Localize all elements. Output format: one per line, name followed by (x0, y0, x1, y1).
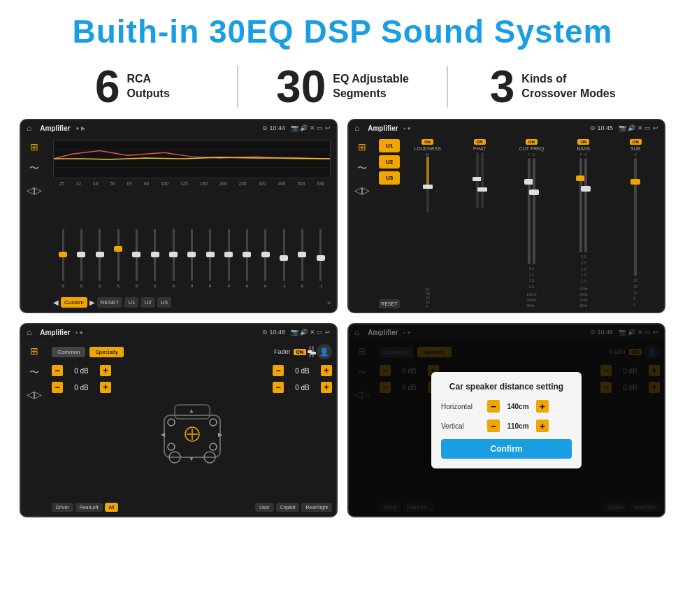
fader-db-row-2: − 0 dB + (52, 382, 111, 393)
fader-left-controls: − 0 dB + − 0 dB + (52, 365, 111, 500)
rearright-button[interactable]: RearRight (301, 503, 332, 512)
eq-custom-button[interactable]: Custom (61, 297, 87, 308)
stat-rca-number: 6 (95, 64, 120, 109)
crossover-presets: U1 U2 U3 RESET (379, 139, 400, 308)
fader-plus-2[interactable]: + (100, 382, 111, 393)
speaker-distance-dialog: Car speaker distance setting Horizontal … (431, 372, 582, 468)
status-dots-2: ▪ ● (404, 125, 411, 131)
eq-slider-3[interactable]: 5 (110, 229, 127, 292)
fader-plus-3[interactable]: + (321, 365, 332, 376)
dialog-overlay: Car speaker distance setting Horizontal … (349, 324, 664, 516)
eq-slider-1[interactable]: 0 (73, 229, 89, 292)
eq-slider-6[interactable]: 0 (165, 229, 182, 292)
vertical-minus-button[interactable]: − (487, 420, 500, 432)
eq-slider-9[interactable]: 0 (220, 229, 237, 292)
eq-screen: ⌂ Amplifier ● ▶ ⊙ 10:44 📷 🔊 ✕ ▭ ↩ ⊞ 〜 ◁▷ (20, 119, 338, 313)
fader-screen-title: Amplifier (40, 329, 70, 336)
eq-u3-button[interactable]: U3 (157, 297, 171, 308)
fader-db-val-4: 0 dB (287, 384, 318, 392)
next-arrow-icon[interactable]: ▶ (89, 299, 95, 306)
crossover-u1-button[interactable]: U1 (379, 139, 400, 152)
specialty-tab[interactable]: Specialty (89, 347, 123, 357)
eq-speaker-icon[interactable]: ◁▷ (27, 185, 42, 196)
bass-on-badge[interactable]: ON (577, 139, 589, 145)
eq-bottom-controls: ◀ Custom ▶ RESET U1 U2 U3 » (53, 297, 331, 308)
svg-text:▶: ▶ (218, 431, 223, 438)
eq-slider-14[interactable]: -1 (312, 229, 329, 292)
eq-slider-5[interactable]: 0 (147, 229, 164, 292)
eq-slider-2[interactable]: 0 (92, 229, 108, 292)
fader-db-row-4: − 0 dB + (273, 382, 332, 393)
stats-row: 6 RCAOutputs 30 EQ AdjustableSegments 3 … (0, 57, 685, 119)
sub-label: SUB (630, 146, 640, 151)
eq-u2-button[interactable]: U2 (140, 297, 154, 308)
fader-minus-2[interactable]: − (52, 382, 63, 393)
fader-filter-icon[interactable]: ⊞ (30, 345, 38, 357)
common-tab[interactable]: Common (52, 347, 85, 357)
eq-slider-4[interactable]: 0 (128, 229, 145, 292)
cross-filter-icon[interactable]: ⊞ (358, 141, 366, 152)
horizontal-value: 140cm (504, 403, 532, 410)
eq-slider-8[interactable]: 0 (202, 229, 219, 292)
eq-slider-10[interactable]: 0 (238, 229, 255, 292)
home-icon-3[interactable]: ⌂ (27, 327, 31, 337)
eq-sliders-area[interactable]: 0 0 0 5 0 (53, 189, 331, 294)
fader-controls-right: Fader ON 👤 (274, 344, 332, 359)
fader-wave-icon[interactable]: 〜 (29, 366, 39, 379)
fader-minus-4[interactable]: − (273, 382, 284, 393)
phat-on-badge[interactable]: ON (474, 139, 486, 145)
crossover-u3-button[interactable]: U3 (379, 171, 400, 185)
eq-slider-11[interactable]: 0 (257, 229, 274, 292)
loudness-on-badge[interactable]: ON (421, 139, 433, 145)
all-button[interactable]: All (105, 503, 119, 512)
fader-db-val-1: 0 dB (66, 367, 97, 375)
horizontal-row: Horizontal − 140cm + (441, 400, 572, 413)
svg-point-10 (168, 443, 175, 450)
cross-speaker-icon[interactable]: ◁▷ (354, 185, 370, 196)
fader-on-badge[interactable]: ON (294, 349, 307, 355)
user-button[interactable]: User (255, 503, 274, 512)
bass-label: BASS (577, 146, 591, 151)
sub-on-badge[interactable]: ON (630, 139, 642, 145)
vertical-plus-button[interactable]: + (536, 420, 549, 432)
vertical-label: Vertical (441, 422, 483, 430)
eq-u1-button[interactable]: U1 (124, 297, 138, 308)
home-icon-2[interactable]: ⌂ (354, 123, 359, 133)
more-arrows-icon: » (327, 299, 331, 306)
svg-point-8 (168, 419, 175, 426)
copilot-button[interactable]: Copilot (276, 503, 300, 512)
fader-plus-1[interactable]: + (100, 365, 111, 376)
cross-wave-icon[interactable]: 〜 (357, 162, 367, 175)
fader-plus-4[interactable]: + (321, 382, 332, 393)
fader-speaker-icon[interactable]: ◁▷ (27, 389, 42, 400)
fader-minus-1[interactable]: − (52, 365, 63, 376)
fader-tabs-row: Common Specialty Fader ON (52, 344, 332, 359)
crossover-main-area: U1 U2 U3 RESET ON LOUDNESS G (375, 136, 664, 312)
driver-button[interactable]: Driver (52, 503, 73, 512)
crossover-u2-button[interactable]: U2 (379, 155, 400, 169)
prev-arrow-icon[interactable]: ◀ (53, 299, 59, 306)
eq-content: ⊞ 〜 ◁▷ (21, 136, 336, 312)
eq-slider-12[interactable]: -1 (275, 229, 292, 292)
user-avatar-icon[interactable]: 👤 (317, 344, 332, 359)
fader-db-row-1: − 0 dB + (52, 365, 111, 376)
eq-slider-7[interactable]: 0 (183, 229, 200, 292)
horizontal-minus-button[interactable]: − (487, 400, 500, 413)
cutfreq-on-badge[interactable]: ON (526, 139, 538, 145)
home-icon[interactable]: ⌂ (27, 123, 31, 133)
eq-filter-icon[interactable]: ⊞ (30, 141, 38, 152)
topbar-icons-3: 📷 🔊 ✕ ▭ ↩ (291, 329, 331, 336)
channel-loudness: ON LOUDNESS G (403, 139, 452, 308)
crossover-reset-button[interactable]: RESET (379, 299, 400, 308)
confirm-button[interactable]: Confirm (441, 439, 572, 459)
eq-slider-13[interactable]: 0 (294, 229, 310, 292)
eq-wave-icon[interactable]: 〜 (29, 162, 39, 175)
crossover-content: ⊞ 〜 ◁▷ U1 U2 U3 RESET ON LOUDNESS (349, 136, 664, 312)
rearleft-button[interactable]: RearLeft (75, 503, 103, 512)
eq-reset-button[interactable]: RESET (97, 297, 123, 308)
horizontal-plus-button[interactable]: + (536, 400, 549, 413)
fader-time: ⊙ 10:46 (262, 329, 285, 336)
eq-slider-0[interactable]: 0 (55, 229, 71, 292)
fader-minus-3[interactable]: − (273, 365, 284, 376)
crossover-screen: ⌂ Amplifier ▪ ● ⊙ 10:45 📷 🔊 ✕ ▭ ↩ ⊞ 〜 ◁▷… (347, 119, 665, 313)
